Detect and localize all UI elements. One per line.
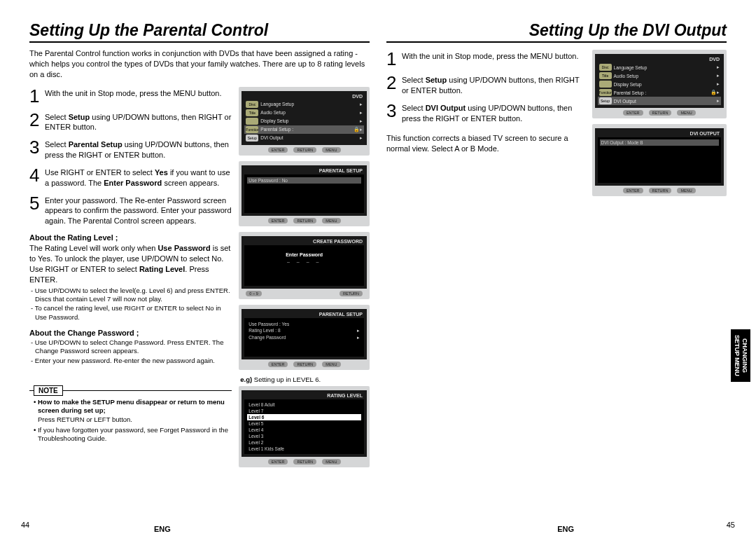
tv-menu-button: MENU <box>322 147 340 153</box>
step-text: Enter your password. The Re-enter Passwo… <box>45 194 232 227</box>
right-image-column: DVD Disc MenuLanguage Setup▸ Title MenuA… <box>592 50 727 202</box>
tv-sidebar-icon: Disc Menu <box>246 101 258 108</box>
step-text: With the unit in Stop mode, press the ME… <box>45 87 222 105</box>
step-text: Select Setup using UP/DOWN buttons, then… <box>45 111 232 133</box>
lock-icon: 🔒 <box>354 127 360 132</box>
page-number-left: 44 <box>21 521 29 529</box>
page-title-right: Setting Up the DVI Output <box>386 21 727 43</box>
tv-return-button: RETURN <box>293 147 316 153</box>
rating-heading: About the Rating Level ; <box>29 233 232 242</box>
left-text-column: 1 With the unit in Stop mode, press the … <box>29 87 232 473</box>
step-text: Use RIGHT or ENTER to select Yes if you … <box>45 166 232 188</box>
page-number-right: 45 <box>727 521 735 529</box>
page-title-left: Setting Up the Parental Control <box>29 21 370 43</box>
step-text: Select Parental Setup using UP/DOWN butt… <box>45 138 232 160</box>
chevron-right-icon: ▸ <box>360 127 363 132</box>
tv-enter-button: ENTER <box>268 147 288 153</box>
chevron-right-icon: ▸ <box>360 135 363 141</box>
note-label: NOTE <box>34 385 63 396</box>
lock-icon: 🔒 <box>710 90 717 95</box>
tv-rating-level: RATING LEVEL Level 8 Adult Level 7 Level… <box>239 386 370 467</box>
tv-parental-yes: PARENTAL SETUP Use Password : Yes Rating… <box>239 305 370 370</box>
rating-body: The Rating Level will work only when Use… <box>29 243 232 284</box>
password-bullets: Use UP/DOWN to select Change Password. P… <box>29 338 232 365</box>
step-number: 3 <box>386 102 402 124</box>
note-box: NOTE How to make the SETUP menu disappea… <box>29 378 232 450</box>
rating-caption: e.g) Setting up in LEVEL 6. <box>240 376 370 383</box>
tv-parental-no: PARENTAL SETUP Use Password : No ENTERRE… <box>239 161 370 226</box>
step-number: 5 <box>29 194 45 227</box>
tv-setup-menu-dvi: DVD Disc MenuLanguage Setup▸ Title MenuA… <box>592 50 727 118</box>
tv-sidebar-icon <box>246 118 258 125</box>
tv-sidebar-icon: Title Menu <box>246 109 258 116</box>
tv-dvi-output: DVI OUTPUT DVI Output : Mode B ENTERRETU… <box>592 124 727 196</box>
lang-label-left: ENG <box>154 525 171 533</box>
step-number: 1 <box>386 50 402 68</box>
step-number: 4 <box>29 166 45 188</box>
rating-bullets: Use UP/DOWN to select the level(e.g. Lev… <box>29 287 232 322</box>
right-bottom-text: This function corrects a biased TV scree… <box>386 133 585 154</box>
step-text: Select DVI Output using UP/DOWN buttons,… <box>402 102 585 124</box>
page-right: Setting Up the DVI Output 1 With the uni… <box>378 21 735 529</box>
step-text: With the unit in Stop mode, press the ME… <box>402 50 579 68</box>
step-number: 1 <box>29 87 45 105</box>
tv-create-password: CREATE PASSWORD Enter Password – – – – 0… <box>239 232 370 299</box>
intro-text: The Parental Control function works in c… <box>29 48 370 80</box>
right-text-column: 1 With the unit in Stop mode, press the … <box>386 50 585 202</box>
step-text: Select Setup using UP/DOWN buttons, then… <box>402 74 585 96</box>
step-number: 2 <box>386 74 402 96</box>
tv-sidebar-icon: Function <box>246 126 258 133</box>
password-heading: About the Change Password ; <box>29 329 232 337</box>
chevron-right-icon: ▸ <box>360 118 363 124</box>
step-number: 2 <box>29 111 45 133</box>
tv-sidebar-icon: Setup <box>246 135 258 142</box>
lang-label-right: ENG <box>557 525 574 533</box>
left-image-column: DVD Disc MenuLanguage Setup▸ Title MenuA… <box>239 87 370 473</box>
chevron-right-icon: ▸ <box>360 102 363 107</box>
chevron-right-icon: ▸ <box>360 110 363 116</box>
tv-setup-menu: DVD Disc MenuLanguage Setup▸ Title MenuA… <box>239 87 370 156</box>
section-tab: CHANGINGSETUP MENU <box>731 329 750 382</box>
step-number: 3 <box>29 138 45 160</box>
page-left: Setting Up the Parental Control The Pare… <box>21 21 378 529</box>
